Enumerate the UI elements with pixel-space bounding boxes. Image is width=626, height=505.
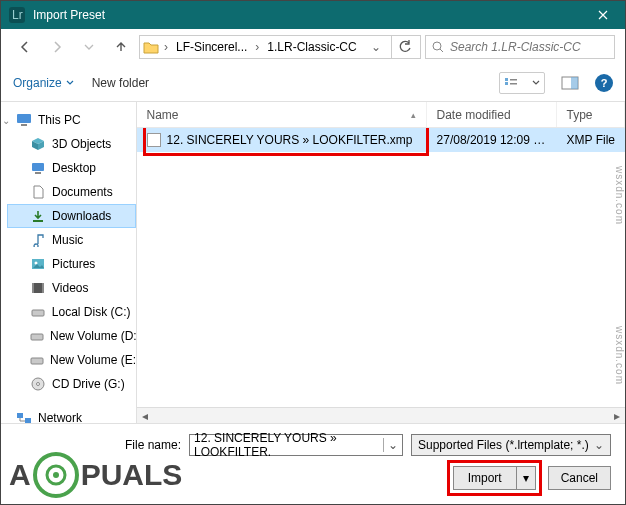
history-dropdown-icon[interactable]: ⌄ bbox=[369, 40, 383, 54]
svg-rect-6 bbox=[510, 83, 517, 85]
breadcrumb-path[interactable]: › LF-Sincerel... › 1.LR-Classic-CC ⌄ bbox=[139, 35, 421, 59]
pc-icon bbox=[16, 112, 32, 128]
forward-button[interactable] bbox=[43, 35, 71, 59]
watermark-letter: A bbox=[9, 458, 31, 492]
column-date[interactable]: Date modified bbox=[427, 102, 557, 127]
desktop-icon bbox=[30, 160, 46, 176]
titlebar: Lr Import Preset bbox=[1, 1, 625, 29]
tree-label: This PC bbox=[38, 113, 81, 127]
tree-new-volume-d[interactable]: New Volume (D:) bbox=[7, 324, 136, 348]
tree-label: Videos bbox=[52, 281, 88, 295]
tree-label: New Volume (E:) bbox=[50, 353, 137, 367]
cube-icon bbox=[30, 136, 46, 152]
view-mode-button[interactable] bbox=[499, 72, 545, 94]
drive-icon bbox=[30, 352, 44, 368]
svg-point-2 bbox=[433, 42, 441, 50]
tree-videos[interactable]: Videos bbox=[7, 276, 136, 300]
back-button[interactable] bbox=[11, 35, 39, 59]
tree-label: Local Disk (C:) bbox=[52, 305, 131, 319]
search-icon bbox=[432, 41, 444, 53]
tree-label: Downloads bbox=[52, 209, 111, 223]
dialog-footer: File name: 12. SINCERELY YOURS » LOOKFIL… bbox=[1, 423, 625, 504]
file-icon bbox=[147, 133, 161, 147]
crumb-separator-icon[interactable]: › bbox=[253, 40, 261, 54]
table-row[interactable]: 12. SINCERELY YOURS » LOOKFILTER.xmp 27/… bbox=[137, 128, 625, 152]
scroll-left-icon[interactable]: ◂ bbox=[137, 408, 153, 424]
help-button[interactable]: ? bbox=[595, 74, 613, 92]
disc-icon bbox=[30, 376, 46, 392]
svg-point-15 bbox=[35, 262, 38, 265]
filename-input[interactable]: 12. SINCERELY YOURS » LOOKFILTER. ⌄ bbox=[189, 434, 403, 456]
svg-text:Lr: Lr bbox=[12, 8, 23, 22]
search-input[interactable] bbox=[450, 40, 608, 54]
cell-type: XMP File bbox=[557, 133, 625, 147]
network-icon bbox=[16, 410, 32, 423]
watermark-letters: PUALS bbox=[81, 458, 183, 492]
search-box[interactable] bbox=[425, 35, 615, 59]
file-list-body[interactable]: 12. SINCERELY YOURS » LOOKFILTER.xmp 27/… bbox=[137, 128, 625, 407]
tree-network[interactable]: Network bbox=[7, 406, 136, 423]
tree-pictures[interactable]: Pictures bbox=[7, 252, 136, 276]
recent-locations-button[interactable] bbox=[75, 35, 103, 59]
svg-rect-11 bbox=[32, 163, 44, 171]
preview-pane-button[interactable] bbox=[555, 72, 585, 94]
preview-pane-icon bbox=[561, 76, 579, 90]
tree-desktop[interactable]: Desktop bbox=[7, 156, 136, 180]
filename-value: 12. SINCERELY YOURS » LOOKFILTER. bbox=[194, 431, 383, 459]
address-bar-row: › LF-Sincerel... › 1.LR-Classic-CC ⌄ bbox=[1, 29, 625, 65]
tree-cd-drive-g[interactable]: CD Drive (G:) bbox=[7, 372, 136, 396]
watermark-circle-icon bbox=[33, 452, 79, 498]
tree-label: New Volume (D:) bbox=[50, 329, 137, 343]
tree-documents[interactable]: Documents bbox=[7, 180, 136, 204]
tree-downloads[interactable]: Downloads bbox=[7, 204, 136, 228]
svg-rect-12 bbox=[35, 172, 41, 174]
chevron-down-icon bbox=[66, 79, 74, 87]
tree-label: Music bbox=[52, 233, 83, 247]
import-preset-dialog: Lr Import Preset › LF-Sincerel... › 1.LR… bbox=[0, 0, 626, 505]
window-title: Import Preset bbox=[33, 8, 581, 22]
crumb-separator-icon[interactable]: › bbox=[162, 40, 170, 54]
tree-this-pc[interactable]: This PC bbox=[7, 108, 136, 132]
filter-label: Supported Files (*.lrtemplate; *.) bbox=[418, 438, 589, 452]
picture-icon bbox=[30, 256, 46, 272]
svg-point-23 bbox=[37, 383, 40, 386]
document-icon bbox=[30, 184, 46, 200]
cancel-label: Cancel bbox=[561, 471, 598, 485]
drive-icon bbox=[30, 304, 46, 320]
crumb-folder-2[interactable]: 1.LR-Classic-CC bbox=[263, 36, 360, 58]
crumb-folder-1[interactable]: LF-Sincerel... bbox=[172, 36, 251, 58]
chevron-down-icon[interactable]: ⌄ bbox=[594, 438, 604, 452]
chevron-down-icon[interactable]: ⌄ bbox=[383, 438, 398, 452]
download-icon bbox=[30, 208, 46, 224]
tree-local-disk-c[interactable]: Local Disk (C:) bbox=[7, 300, 136, 324]
svg-rect-8 bbox=[571, 77, 578, 89]
svg-rect-10 bbox=[21, 124, 27, 126]
organize-button[interactable]: Organize bbox=[13, 76, 74, 90]
tree-new-volume-e[interactable]: New Volume (E:) bbox=[7, 348, 136, 372]
toolbar: Organize New folder ? bbox=[1, 65, 625, 101]
tree-3d-objects[interactable]: 3D Objects bbox=[7, 132, 136, 156]
refresh-button[interactable] bbox=[391, 35, 418, 59]
new-folder-button[interactable]: New folder bbox=[92, 76, 149, 90]
close-button[interactable] bbox=[581, 1, 625, 29]
file-type-filter[interactable]: Supported Files (*.lrtemplate; *.) ⌄ bbox=[411, 434, 611, 456]
dialog-body: This PC 3D Objects Desktop Documents Dow… bbox=[1, 101, 625, 423]
cancel-button[interactable]: Cancel bbox=[548, 466, 611, 490]
column-type[interactable]: Type bbox=[557, 102, 625, 127]
watermark-logo: A PUALS bbox=[9, 452, 182, 498]
tree-label: Documents bbox=[52, 185, 113, 199]
svg-rect-4 bbox=[505, 82, 508, 85]
tree-music[interactable]: Music bbox=[7, 228, 136, 252]
view-list-icon bbox=[504, 77, 518, 89]
scroll-right-icon[interactable]: ▸ bbox=[609, 408, 625, 424]
import-button[interactable]: Import ▾ bbox=[453, 466, 536, 490]
horizontal-scrollbar[interactable]: ◂ ▸ bbox=[137, 407, 625, 423]
tree-label: 3D Objects bbox=[52, 137, 111, 151]
list-header: Name Date modified Type bbox=[137, 102, 625, 128]
chevron-down-icon bbox=[532, 79, 540, 87]
file-name-text: 12. SINCERELY YOURS » LOOKFILTER.xmp bbox=[167, 133, 413, 147]
column-name[interactable]: Name bbox=[137, 102, 427, 127]
dropdown-icon[interactable]: ▾ bbox=[516, 467, 535, 489]
svg-rect-20 bbox=[31, 334, 43, 340]
up-button[interactable] bbox=[107, 35, 135, 59]
